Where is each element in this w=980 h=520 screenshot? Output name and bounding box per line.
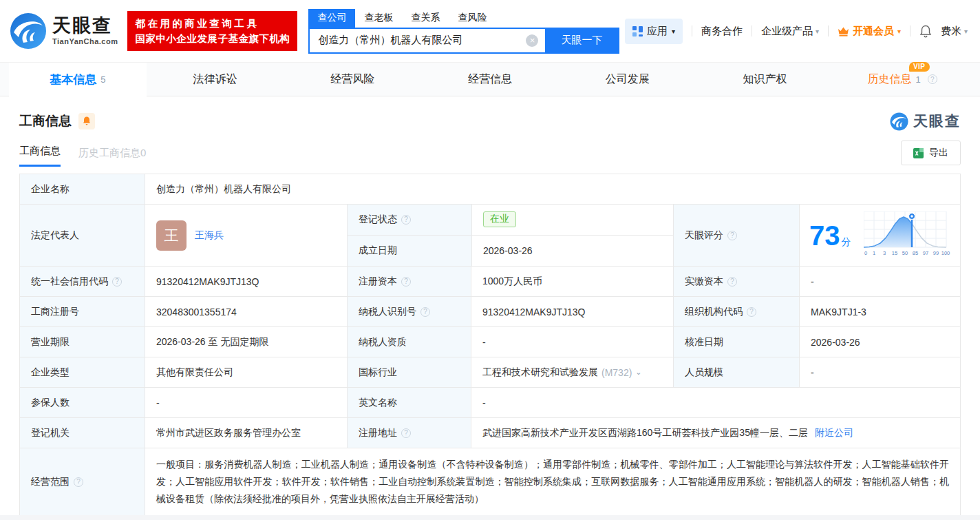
table-row: 营业期限 2026-03-26 至 无固定期限 纳税人资质 - 核准日期 202…: [20, 327, 960, 357]
tab-intellectual-property[interactable]: 知识产权: [696, 63, 834, 96]
divider: [910, 25, 910, 37]
search-button[interactable]: 天眼一下: [545, 29, 618, 52]
divider: [828, 25, 829, 37]
reg-status-value: 在业: [471, 205, 673, 236]
subtab-history-business-info[interactable]: 历史工商信息0: [78, 147, 146, 167]
industry-value: 工程和技术研究和试验发展 (M732) ⌄: [471, 357, 673, 387]
search-tab-relation[interactable]: 查关系: [402, 9, 449, 28]
monitor-bell-icon[interactable]: [78, 113, 95, 129]
field-label: 登记状态?: [348, 205, 471, 236]
help-icon[interactable]: ?: [401, 215, 411, 225]
nearby-companies-link[interactable]: 附近公司: [815, 427, 853, 439]
table-row: 法定代表人 王 王海兵 登记状态? 在业 成立日期 2026-03-26 天眼评…: [20, 205, 960, 267]
clear-icon[interactable]: ×: [526, 34, 538, 47]
score-value: 73: [809, 222, 840, 249]
business-scope-value: 一般项目：服务消费机器人制造；工业机器人制造；通用设备制造（不含特种设备制造）；…: [145, 448, 960, 515]
help-icon[interactable]: ?: [747, 307, 756, 317]
credit-code-value: 91320412MAK9JTJ13Q: [145, 267, 347, 296]
field-label: 企业名称: [20, 174, 145, 204]
tab-operation-info[interactable]: 经营信息: [421, 63, 559, 96]
field-label: 统一社会信用代码?: [20, 267, 145, 296]
nav-enterprise-products[interactable]: 企业级产品 ▾: [761, 25, 819, 38]
apps-menu[interactable]: 应用 ▾: [625, 19, 683, 44]
search-input[interactable]: [310, 29, 526, 52]
tab-legal-lawsuit[interactable]: 法律诉讼: [147, 63, 284, 96]
main-content: 工商信息 天眼查 工商信息 历史工商信息0: [0, 112, 980, 516]
field-label: 法定代表人: [20, 205, 145, 266]
table-row: 参保人数 - 英文名称 -: [20, 388, 960, 418]
divider: [692, 25, 692, 37]
enterprise-label: 企业级产品: [761, 25, 813, 38]
tab-label: 历史信息: [868, 73, 912, 85]
svg-text:50: 50: [902, 250, 908, 256]
field-label: 人员规模: [673, 357, 799, 387]
company-tabs: 基本信息 5 法律诉讼 经营风险 经营信息 公司发展 知识产权 历史信息 VIP…: [0, 62, 980, 96]
table-row: 企业名称 创造力（常州）机器人有限公司: [20, 174, 960, 205]
subtab-business-info[interactable]: 工商信息: [19, 145, 61, 167]
svg-text:15: 15: [892, 250, 897, 256]
tab-basic-info[interactable]: 基本信息 5: [9, 63, 147, 96]
field-label: 国标行业: [347, 357, 471, 387]
page-background-strip: [0, 515, 980, 520]
apps-label: 应用: [647, 25, 668, 38]
score-distribution-chart: 0 1 3 15 50 85 97 99 100: [864, 211, 952, 260]
legal-rep-link[interactable]: 王海兵: [195, 229, 224, 242]
tab-label: 公司发展: [606, 72, 650, 87]
user-menu[interactable]: 费米 ▾: [941, 25, 968, 38]
help-icon[interactable]: ?: [112, 277, 122, 287]
brand-name: 天眼查: [52, 17, 118, 35]
tab-operation-risk[interactable]: 经营风险: [284, 63, 421, 96]
notification-bell-icon[interactable]: [919, 25, 932, 38]
legal-rep-cell: 王 王海兵: [145, 205, 347, 266]
export-button[interactable]: 导出: [901, 141, 961, 165]
taxpayer-quality-value: -: [471, 327, 673, 357]
slogan-line2: 国家中小企业发展子基金旗下机构: [135, 31, 290, 46]
tab-label: 经营信息: [468, 72, 512, 87]
taxpayer-id-value: 91320412MAK9JTJ13Q: [471, 297, 673, 326]
tab-company-development[interactable]: 公司发展: [559, 63, 696, 96]
paid-capital-value: -: [799, 267, 960, 296]
excel-icon: [913, 148, 924, 158]
tab-label: 知识产权: [743, 72, 787, 87]
legal-rep-avatar[interactable]: 王: [156, 220, 187, 251]
search-tab-risk[interactable]: 查风险: [449, 9, 496, 28]
help-icon[interactable]: ?: [74, 477, 83, 487]
field-label: 核准日期: [673, 327, 799, 357]
brand-domain: TianYanCha.com: [52, 38, 118, 45]
help-icon[interactable]: ?: [727, 277, 737, 287]
chevron-down-icon[interactable]: ⌄: [635, 368, 641, 377]
search-tabs: 查公司 查老板 查关系 查风险: [308, 9, 619, 28]
help-icon[interactable]: ?: [401, 277, 411, 287]
org-code-value: MAK9JTJ1-3: [799, 297, 960, 326]
vip-badge: VIP: [909, 62, 930, 72]
brand-slogan: 都在用的商业查询工具 国家中小企业发展子基金旗下机构: [127, 11, 297, 52]
help-icon[interactable]: ?: [401, 428, 411, 438]
open-vip-button[interactable]: 开通会员 ▾: [838, 25, 901, 38]
staff-size-value: -: [799, 357, 960, 387]
field-label: 实缴资本?: [673, 267, 799, 296]
table-row: 统一社会信用代码? 91320412MAK9JTJ13Q 注册资本? 1000万…: [20, 267, 960, 297]
header: 天眼查 TianYanCha.com 都在用的商业查询工具 国家中小企业发展子基…: [0, 0, 980, 62]
help-icon[interactable]: ?: [928, 74, 937, 84]
slogan-line1: 都在用的商业查询工具: [135, 16, 290, 31]
export-label: 导出: [929, 147, 948, 159]
crown-icon: [838, 26, 849, 37]
tianyancha-logo[interactable]: 天眼查 TianYanCha.com: [10, 12, 118, 50]
search-tab-boss[interactable]: 查老板: [355, 9, 402, 28]
search-box: × 天眼一下: [308, 28, 619, 54]
help-icon[interactable]: ?: [727, 231, 737, 240]
help-icon[interactable]: ?: [420, 307, 430, 317]
vip-label: 开通会员: [853, 25, 894, 38]
score-unit: 分: [842, 236, 851, 249]
watermark-logo: 天眼查: [890, 112, 961, 131]
tianyancha-logo-icon: [10, 12, 47, 50]
svg-text:0: 0: [864, 250, 867, 256]
field-label: 纳税人识别号?: [347, 297, 471, 326]
search-tab-company[interactable]: 查公司: [308, 9, 355, 28]
nav-cooperation[interactable]: 商务合作: [701, 25, 743, 38]
reg-capital-value: 1000万人民币: [471, 267, 673, 296]
tab-history-info[interactable]: 历史信息 VIP 1 ?: [833, 63, 971, 96]
svg-text:85: 85: [913, 250, 918, 256]
company-type-value: 其他有限责任公司: [145, 357, 347, 387]
tyc-score-cell[interactable]: 73 分: [799, 205, 960, 266]
